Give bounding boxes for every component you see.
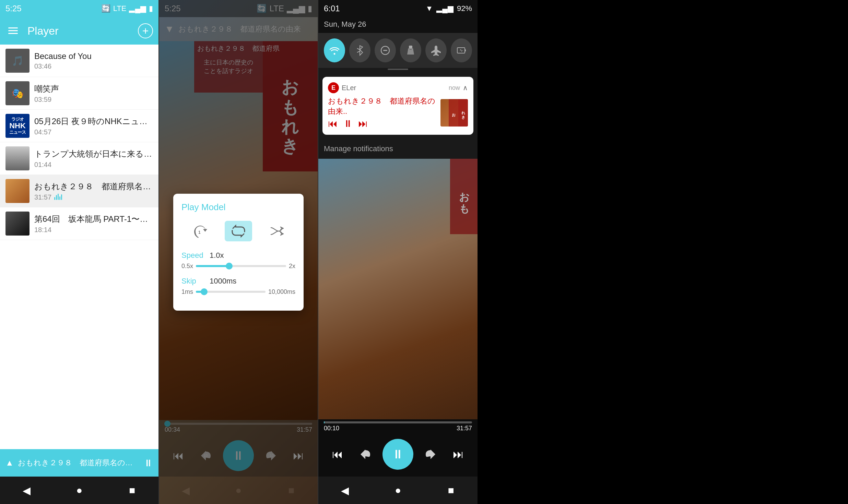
notif-skip-forward-button[interactable]: ⏭ (358, 118, 368, 129)
player-jp-overlay-3: お も (450, 159, 478, 234)
list-item[interactable]: トランプ大統領が日本に来る 今までにいちば... 01:44 (0, 142, 158, 175)
status-time-1: 5:25 (5, 4, 22, 13)
svg-text:10: 10 (363, 453, 367, 456)
speed-label-row: Speed 1.0x (181, 251, 295, 260)
item-duration-3: 04:57 (34, 128, 153, 136)
pause-btn-3[interactable]: ⏸ (382, 439, 413, 470)
notif-pause-button[interactable]: ⏸ (343, 118, 353, 129)
now-playing-bar[interactable]: ▲ おもれき２９８ 都道府県名の由来（中部編） ⏸ (0, 449, 158, 477)
notif-body: おもれき２９８ 都道府県名の由来.. ⏮ ⏸ ⏭ れき お (328, 96, 468, 129)
replay-once-button[interactable]: 1 (187, 221, 214, 241)
skip-end-btn-3[interactable]: ⏭ (448, 444, 469, 465)
back-button-1[interactable]: ◀ (16, 480, 37, 501)
signal-bars-3: ▂▄▆ (436, 4, 454, 13)
skip-thumb[interactable] (201, 288, 208, 295)
quick-settings (318, 33, 478, 68)
notif-title: おもれき２９８ 都道府県名の由来.. (328, 96, 436, 117)
time-total-3: 31:57 (457, 425, 472, 432)
skip-value: 1000ms (210, 277, 236, 286)
status-bar-1: 5:25 🔄 LTE ▂▄▆ ▮ (0, 0, 158, 17)
item-duration-6: 18:14 (34, 226, 153, 234)
now-playing-pause-icon[interactable]: ⏸ (143, 457, 153, 469)
airplane-quick-btn[interactable] (425, 38, 447, 62)
wifi-quick-btn[interactable] (324, 38, 345, 62)
list-item-active[interactable]: おもれき２９８ 都道府県名の由来（中部編） 31:57 (0, 175, 158, 207)
list-item[interactable]: ラジオ NHK ニュース 05月26日 夜９時のNHKニュース 04:57 (0, 110, 158, 142)
bluetooth-quick-btn[interactable] (349, 38, 370, 62)
svg-text:1: 1 (198, 230, 201, 235)
speed-thumb[interactable] (226, 263, 233, 269)
item-duration-5: 31:57 (34, 193, 51, 201)
panel-player-modal: 5:25 🔄 LTE ▂▄▆ ▮ ▼ おもれき２９８ 都道府県名の由来 おも れ… (159, 0, 318, 504)
battery-1: ▮ (149, 4, 153, 13)
home-button-3[interactable]: ● (388, 480, 408, 501)
speed-min: 0.5x (181, 263, 193, 270)
notif-time: now (449, 84, 460, 92)
panel-notification: 6:01 ▼ ▂▄▆ 92% Sun, May 26 (318, 0, 478, 504)
svg-rect-1 (8, 30, 18, 31)
notif-expand-chevron[interactable]: ∧ (463, 84, 468, 92)
item-info-1: Because of You 03:46 (34, 51, 153, 70)
progress-fill-3 (324, 421, 325, 423)
signal-text-1: LTE (113, 4, 127, 13)
item-info-6: 第64回 坂本龍馬 PART-1〜序説〜 2019年5月... 18:14 (34, 214, 153, 234)
add-button[interactable]: + (138, 23, 153, 38)
forward-btn-3[interactable]: 10 (420, 444, 441, 465)
speed-value: 1.0x (210, 251, 224, 260)
speed-slider[interactable] (196, 265, 286, 267)
recent-button-1[interactable]: ■ (122, 480, 142, 501)
item-duration-4: 01:44 (34, 161, 153, 169)
panel-player-list: 5:25 🔄 LTE ▂▄▆ ▮ Player + 🎵 Because of Y… (0, 0, 159, 504)
progress-bar-3[interactable] (324, 421, 472, 423)
svg-rect-9 (409, 46, 412, 48)
date-row: Sun, May 26 (318, 17, 478, 33)
album-art-2: 🎭 (5, 81, 30, 105)
modal-overlay[interactable]: Play Model 1 (159, 0, 318, 504)
speed-max: 2x (289, 263, 295, 270)
item-title-3: 05月26日 夜９時のNHKニュース (34, 116, 153, 127)
rewind-btn-3[interactable]: 10 (355, 444, 376, 465)
speed-range-row: 0.5x 2x (181, 263, 295, 270)
menu-button[interactable] (5, 23, 21, 38)
controls-row-3: ⏮ 10 ⏸ 10 ⏭ (318, 433, 478, 475)
nav-bar-1: ◀ ● ■ (0, 477, 158, 504)
list-item[interactable]: 🎭 嘲笑声 03:59 (0, 77, 158, 110)
repeat-all-button[interactable] (225, 221, 252, 241)
notif-controls: ⏮ ⏸ ⏭ (328, 118, 436, 129)
app-bar: Player + (0, 17, 158, 45)
svg-rect-12 (465, 49, 466, 51)
skip-slider[interactable] (196, 291, 266, 293)
dnd-quick-btn[interactable] (375, 38, 396, 62)
shuffle-button[interactable] (263, 221, 290, 241)
battery-saver-quick-btn[interactable] (451, 38, 472, 62)
notif-skip-back-button[interactable]: ⏮ (328, 118, 338, 129)
notification-card: E ELer now ∧ おもれき２９８ 都道府県名の由来.. ⏮ ⏸ ⏭ れき (322, 77, 473, 135)
now-playing-chevron: ▲ (5, 458, 14, 468)
skip-start-btn-3[interactable]: ⏮ (327, 444, 348, 465)
item-title-4: トランプ大統領が日本に来る 今までにいちば... (34, 148, 153, 159)
play-mode-row: 1 (181, 221, 295, 241)
item-duration-1: 03:46 (34, 62, 153, 70)
svg-rect-10 (410, 49, 412, 50)
waveform-icon (54, 193, 62, 200)
speed-label: Speed (181, 251, 205, 260)
item-title-2: 嘲笑声 (34, 83, 153, 94)
flashlight-quick-btn[interactable] (400, 38, 421, 62)
manage-notifications-link[interactable]: Manage notifications (318, 139, 478, 159)
qs-divider (388, 69, 408, 70)
notif-thumb-jp2: お (449, 99, 458, 127)
list-item[interactable]: 第64回 坂本龍馬 PART-1〜序説〜 2019年5月... 18:14 (0, 207, 158, 240)
back-button-3[interactable]: ◀ (334, 480, 355, 501)
progress-area-3 (318, 419, 478, 423)
item-duration-2: 03:59 (34, 96, 153, 104)
status-right-3: ▼ ▂▄▆ 92% (426, 4, 472, 13)
time-current-3: 00:10 (324, 425, 339, 432)
home-button-1[interactable]: ● (69, 480, 90, 501)
notif-thumbnail: れき お (440, 99, 468, 127)
notif-app-icon: E (328, 82, 339, 93)
status-right-1: 🔄 LTE ▂▄▆ ▮ (101, 4, 153, 13)
notif-thumb-jp: れき (458, 99, 468, 127)
list-item[interactable]: 🎵 Because of You 03:46 (0, 45, 158, 77)
speed-fill (196, 265, 229, 267)
recent-button-3[interactable]: ■ (441, 480, 461, 501)
